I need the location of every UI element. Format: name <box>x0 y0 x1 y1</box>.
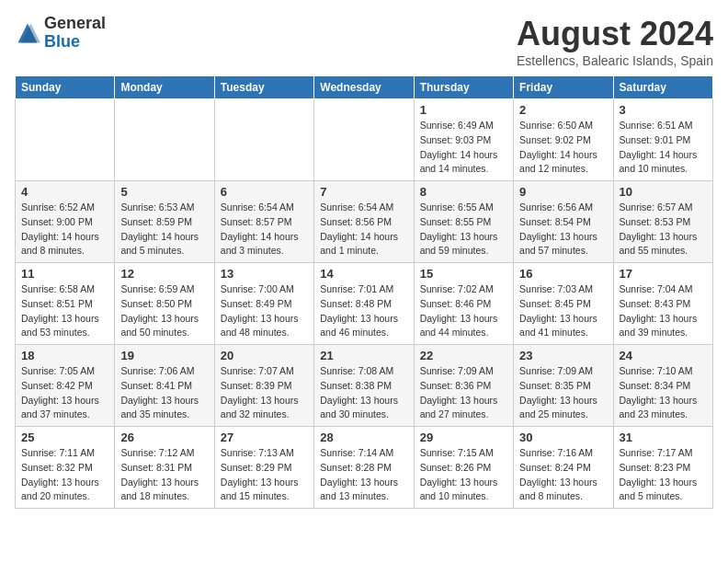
day-info: Sunrise: 7:09 AM Sunset: 8:36 PM Dayligh… <box>420 364 507 422</box>
day-number: 19 <box>120 349 208 362</box>
col-wednesday: Wednesday <box>314 76 414 99</box>
day-info: Sunrise: 6:58 AM Sunset: 8:51 PM Dayligh… <box>21 282 108 340</box>
day-number: 4 <box>21 185 108 199</box>
logo-blue-text: Blue <box>44 32 80 51</box>
calendar-day-cell: 23Sunrise: 7:09 AM Sunset: 8:35 PM Dayli… <box>514 345 613 427</box>
calendar-day-cell: 8Sunrise: 6:55 AM Sunset: 8:55 PM Daylig… <box>414 181 513 263</box>
calendar-day-cell: 29Sunrise: 7:15 AM Sunset: 8:26 PM Dayli… <box>414 427 513 509</box>
day-info: Sunrise: 6:59 AM Sunset: 8:50 PM Dayligh… <box>120 282 208 340</box>
calendar-day-cell: 27Sunrise: 7:13 AM Sunset: 8:29 PM Dayli… <box>214 427 313 509</box>
day-info: Sunrise: 7:01 AM Sunset: 8:48 PM Dayligh… <box>320 282 407 340</box>
day-number: 1 <box>420 103 507 117</box>
col-monday: Monday <box>115 76 214 99</box>
day-number: 24 <box>620 349 707 362</box>
calendar-day-cell: 5Sunrise: 6:53 AM Sunset: 8:59 PM Daylig… <box>115 181 214 263</box>
logo-icon <box>15 20 40 46</box>
calendar-day-cell: 13Sunrise: 7:00 AM Sunset: 8:49 PM Dayli… <box>214 263 313 345</box>
day-info: Sunrise: 6:52 AM Sunset: 9:00 PM Dayligh… <box>21 201 108 259</box>
col-tuesday: Tuesday <box>214 76 313 99</box>
calendar-header-row: Sunday Monday Tuesday Wednesday Thursday… <box>16 76 713 99</box>
day-number: 26 <box>120 431 208 444</box>
day-number: 18 <box>21 349 108 362</box>
calendar-day-cell: 4Sunrise: 6:52 AM Sunset: 9:00 PM Daylig… <box>16 181 115 263</box>
calendar-week-row: 1Sunrise: 6:49 AM Sunset: 9:03 PM Daylig… <box>16 99 713 181</box>
calendar-day-cell: 22Sunrise: 7:09 AM Sunset: 8:36 PM Dayli… <box>414 345 513 427</box>
day-number: 5 <box>120 185 208 199</box>
day-info: Sunrise: 7:11 AM Sunset: 8:32 PM Dayligh… <box>21 446 108 504</box>
calendar-week-row: 4Sunrise: 6:52 AM Sunset: 9:00 PM Daylig… <box>16 181 713 263</box>
day-number: 3 <box>620 103 707 117</box>
day-info: Sunrise: 6:50 AM Sunset: 9:02 PM Dayligh… <box>519 119 607 177</box>
calendar-day-cell <box>115 99 214 181</box>
day-info: Sunrise: 6:51 AM Sunset: 9:01 PM Dayligh… <box>620 119 707 177</box>
day-number: 22 <box>420 349 507 362</box>
calendar-week-row: 18Sunrise: 7:05 AM Sunset: 8:42 PM Dayli… <box>16 345 713 427</box>
day-info: Sunrise: 7:14 AM Sunset: 8:28 PM Dayligh… <box>320 446 407 504</box>
day-number: 2 <box>519 103 607 117</box>
calendar-day-cell: 26Sunrise: 7:12 AM Sunset: 8:31 PM Dayli… <box>115 427 214 509</box>
day-number: 25 <box>21 431 108 444</box>
day-info: Sunrise: 7:13 AM Sunset: 8:29 PM Dayligh… <box>221 446 308 504</box>
day-info: Sunrise: 7:07 AM Sunset: 8:39 PM Dayligh… <box>221 364 308 422</box>
calendar-day-cell: 3Sunrise: 6:51 AM Sunset: 9:01 PM Daylig… <box>613 99 712 181</box>
calendar-day-cell: 21Sunrise: 7:08 AM Sunset: 8:38 PM Dayli… <box>314 345 414 427</box>
calendar-day-cell: 28Sunrise: 7:14 AM Sunset: 8:28 PM Dayli… <box>314 427 414 509</box>
day-info: Sunrise: 7:06 AM Sunset: 8:41 PM Dayligh… <box>120 364 208 422</box>
day-number: 31 <box>620 431 707 444</box>
day-info: Sunrise: 7:17 AM Sunset: 8:23 PM Dayligh… <box>620 446 707 504</box>
day-info: Sunrise: 7:00 AM Sunset: 8:49 PM Dayligh… <box>221 282 308 340</box>
day-info: Sunrise: 7:04 AM Sunset: 8:43 PM Dayligh… <box>620 282 707 340</box>
day-info: Sunrise: 7:10 AM Sunset: 8:34 PM Dayligh… <box>620 364 707 422</box>
subtitle: Estellencs, Balearic Islands, Spain <box>517 53 713 68</box>
day-number: 11 <box>21 267 108 281</box>
calendar-day-cell: 19Sunrise: 7:06 AM Sunset: 8:41 PM Dayli… <box>115 345 214 427</box>
day-info: Sunrise: 7:08 AM Sunset: 8:38 PM Dayligh… <box>320 364 407 422</box>
calendar-day-cell <box>16 99 115 181</box>
day-number: 16 <box>519 267 607 281</box>
day-info: Sunrise: 6:49 AM Sunset: 9:03 PM Dayligh… <box>420 119 507 177</box>
calendar-day-cell: 6Sunrise: 6:54 AM Sunset: 8:57 PM Daylig… <box>214 181 313 263</box>
calendar-day-cell <box>214 99 313 181</box>
day-number: 8 <box>420 185 507 199</box>
calendar-week-row: 11Sunrise: 6:58 AM Sunset: 8:51 PM Dayli… <box>16 263 713 345</box>
day-info: Sunrise: 6:53 AM Sunset: 8:59 PM Dayligh… <box>120 201 208 259</box>
day-info: Sunrise: 7:02 AM Sunset: 8:46 PM Dayligh… <box>420 282 507 340</box>
calendar-day-cell: 15Sunrise: 7:02 AM Sunset: 8:46 PM Dayli… <box>414 263 513 345</box>
day-number: 12 <box>120 267 208 281</box>
day-info: Sunrise: 6:55 AM Sunset: 8:55 PM Dayligh… <box>420 201 507 259</box>
calendar-day-cell: 18Sunrise: 7:05 AM Sunset: 8:42 PM Dayli… <box>16 345 115 427</box>
day-number: 20 <box>221 349 308 362</box>
page-container: General Blue August 2024 Estellencs, Bal… <box>15 15 713 509</box>
calendar-day-cell <box>314 99 414 181</box>
col-thursday: Thursday <box>414 76 513 99</box>
day-info: Sunrise: 7:15 AM Sunset: 8:26 PM Dayligh… <box>420 446 507 504</box>
calendar-day-cell: 16Sunrise: 7:03 AM Sunset: 8:45 PM Dayli… <box>514 263 613 345</box>
day-info: Sunrise: 7:16 AM Sunset: 8:24 PM Dayligh… <box>519 446 607 504</box>
main-title: August 2024 <box>517 15 713 53</box>
day-number: 7 <box>320 185 407 199</box>
day-number: 21 <box>320 349 407 362</box>
day-number: 27 <box>221 431 308 444</box>
logo: General Blue <box>15 15 106 52</box>
day-number: 29 <box>420 431 507 444</box>
calendar-day-cell: 20Sunrise: 7:07 AM Sunset: 8:39 PM Dayli… <box>214 345 313 427</box>
calendar-day-cell: 11Sunrise: 6:58 AM Sunset: 8:51 PM Dayli… <box>16 263 115 345</box>
day-number: 23 <box>519 349 607 362</box>
day-number: 6 <box>221 185 308 199</box>
day-info: Sunrise: 6:54 AM Sunset: 8:56 PM Dayligh… <box>320 201 407 259</box>
calendar-day-cell: 7Sunrise: 6:54 AM Sunset: 8:56 PM Daylig… <box>314 181 414 263</box>
calendar-day-cell: 2Sunrise: 6:50 AM Sunset: 9:02 PM Daylig… <box>514 99 613 181</box>
day-number: 28 <box>320 431 407 444</box>
day-info: Sunrise: 7:03 AM Sunset: 8:45 PM Dayligh… <box>519 282 607 340</box>
day-number: 15 <box>420 267 507 281</box>
col-sunday: Sunday <box>16 76 115 99</box>
day-number: 30 <box>519 431 607 444</box>
calendar-day-cell: 17Sunrise: 7:04 AM Sunset: 8:43 PM Dayli… <box>613 263 712 345</box>
logo-general-text: General <box>44 14 106 32</box>
day-number: 13 <box>221 267 308 281</box>
calendar-day-cell: 9Sunrise: 6:56 AM Sunset: 8:54 PM Daylig… <box>514 181 613 263</box>
calendar-day-cell: 30Sunrise: 7:16 AM Sunset: 8:24 PM Dayli… <box>514 427 613 509</box>
day-info: Sunrise: 7:05 AM Sunset: 8:42 PM Dayligh… <box>21 364 108 422</box>
day-number: 9 <box>519 185 607 199</box>
calendar-day-cell: 31Sunrise: 7:17 AM Sunset: 8:23 PM Dayli… <box>613 427 712 509</box>
